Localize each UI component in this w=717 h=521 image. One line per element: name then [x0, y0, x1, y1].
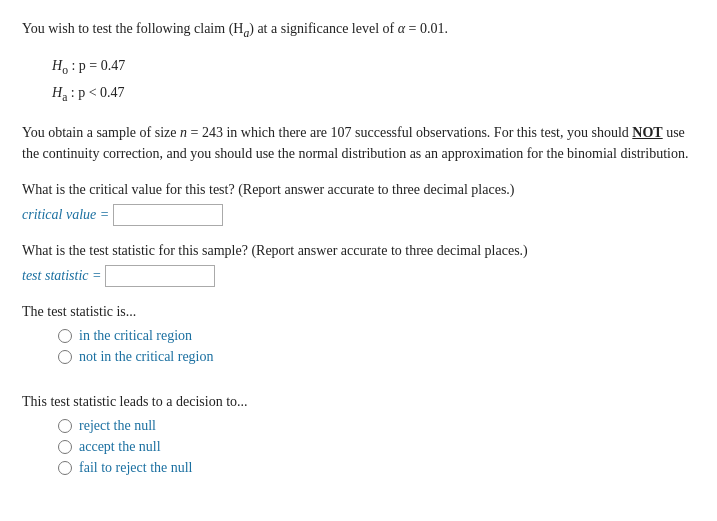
test-statistic-block: What is the test statistic for this samp…	[22, 240, 695, 287]
ha-line: Ha : p < 0.47	[52, 81, 695, 108]
test-statistic-row: test statistic =	[22, 265, 695, 287]
critical-region-intro: The test statistic is...	[22, 301, 695, 322]
h0-text: Ho : p = 0.47	[52, 54, 125, 81]
decision-intro: This test statistic leads to a decision …	[22, 391, 695, 412]
decision-block: This test statistic leads to a decision …	[22, 391, 695, 476]
radio-accept-null[interactable]	[58, 440, 72, 454]
radio-fail-to-reject-null[interactable]	[58, 461, 72, 475]
option-in-critical-region[interactable]: in the critical region	[58, 328, 695, 344]
decision-options: reject the null accept the null fail to …	[58, 418, 695, 476]
option-not-in-critical-region[interactable]: not in the critical region	[58, 349, 695, 365]
label-reject-null[interactable]: reject the null	[79, 418, 156, 434]
radio-in-critical-region[interactable]	[58, 329, 72, 343]
critical-value-input[interactable]	[113, 204, 223, 226]
hypotheses: Ho : p = 0.47 Ha : p < 0.47	[52, 54, 695, 107]
label-fail-to-reject-null[interactable]: fail to reject the null	[79, 460, 193, 476]
critical-value-block: What is the critical value for this test…	[22, 179, 695, 226]
critical-value-row: critical value =	[22, 204, 695, 226]
label-not-in-critical-region[interactable]: not in the critical region	[79, 349, 214, 365]
option-reject-null[interactable]: reject the null	[58, 418, 695, 434]
critical-value-question: What is the critical value for this test…	[22, 179, 695, 200]
h0-line: Ho : p = 0.47	[52, 54, 695, 81]
radio-not-in-critical-region[interactable]	[58, 350, 72, 364]
critical-value-label: critical value =	[22, 207, 109, 223]
label-in-critical-region[interactable]: in the critical region	[79, 328, 192, 344]
option-accept-null[interactable]: accept the null	[58, 439, 695, 455]
test-statistic-label: test statistic =	[22, 268, 101, 284]
ha-text: Ha : p < 0.47	[52, 81, 125, 108]
test-statistic-question: What is the test statistic for this samp…	[22, 240, 695, 261]
not-emphasis: NOT	[632, 125, 662, 140]
critical-region-options: in the critical region not in the critic…	[58, 328, 695, 365]
sample-description: You obtain a sample of size n = 243 in w…	[22, 122, 695, 165]
radio-reject-null[interactable]	[58, 419, 72, 433]
label-accept-null[interactable]: accept the null	[79, 439, 161, 455]
option-fail-to-reject-null[interactable]: fail to reject the null	[58, 460, 695, 476]
intro-paragraph: You wish to test the following claim (Ha…	[22, 18, 695, 42]
test-statistic-input[interactable]	[105, 265, 215, 287]
critical-region-block: The test statistic is... in the critical…	[22, 301, 695, 365]
ha-subscript: a	[243, 27, 249, 40]
